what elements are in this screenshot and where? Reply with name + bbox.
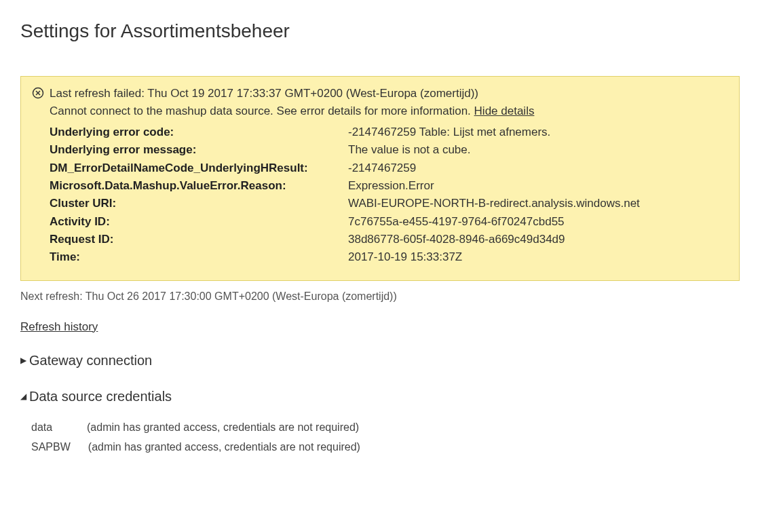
section-data-source-credentials[interactable]: ◢ Data source credentials	[20, 389, 740, 404]
error-detail-row: Underlying error code: -2147467259 Table…	[50, 124, 728, 141]
credential-name: data	[31, 418, 69, 438]
section-gateway-connection[interactable]: ▶ Gateway connection	[20, 353, 740, 368]
error-detail-value: 7c76755a-e455-4197-9764-6f70247cbd55	[348, 213, 728, 231]
error-detail-label: Cluster URI:	[50, 195, 348, 212]
error-detail-row: Cluster URI: WABI-EUROPE-NORTH-B-redirec…	[50, 195, 728, 212]
error-detail-row: Microsoft.Data.Mashup.ValueError.Reason:…	[50, 177, 728, 195]
error-detail-label: Request ID:	[50, 231, 348, 248]
error-detail-row: Request ID: 38d86778-605f-4028-8946-a669…	[50, 231, 728, 248]
error-detail-value: 38d86778-605f-4028-8946-a669c49d34d9	[348, 231, 728, 248]
refresh-history-link[interactable]: Refresh history	[20, 320, 98, 334]
error-detail-value: The value is not a cube.	[348, 141, 728, 159]
credential-note: (admin has granted access, credentials a…	[87, 418, 359, 438]
credentials-row: SAPBW (admin has granted access, credent…	[31, 438, 740, 457]
error-message: Cannot connect to the mashup data source…	[50, 104, 471, 117]
credentials-list: data (admin has granted access, credenti…	[31, 418, 740, 457]
error-detail-value: -2147467259	[348, 159, 728, 177]
chevron-down-icon: ◢	[20, 392, 26, 401]
next-refresh-text: Next refresh: Thu Oct 26 2017 17:30:00 G…	[20, 290, 740, 303]
error-detail-label: Time:	[50, 248, 348, 266]
error-banner: Last refresh failed: Thu Oct 19 2017 17:…	[20, 76, 740, 281]
error-detail-row: Underlying error message: The value is n…	[50, 141, 728, 159]
error-detail-row: Time: 2017-10-19 15:33:37Z	[50, 248, 728, 266]
error-detail-label: DM_ErrorDetailNameCode_UnderlyingHResult…	[50, 159, 348, 177]
error-title: Last refresh failed: Thu Oct 19 2017 17:…	[50, 85, 728, 102]
chevron-right-icon: ▶	[20, 356, 26, 365]
error-detail-label: Microsoft.Data.Mashup.ValueError.Reason:	[50, 177, 348, 195]
hide-details-link[interactable]: Hide details	[474, 104, 535, 117]
error-detail-value: WABI-EUROPE-NORTH-B-redirect.analysis.wi…	[348, 195, 728, 212]
section-credentials-label: Data source credentials	[29, 389, 172, 404]
error-detail-value: 2017-10-19 15:33:37Z	[348, 248, 728, 266]
error-detail-value: -2147467259 Table: Lijst met afnemers.	[348, 124, 728, 141]
error-detail-label: Underlying error code:	[50, 124, 348, 141]
page-title: Settings for Assortimentsbeheer	[20, 20, 740, 42]
error-detail-value: Expression.Error	[348, 177, 728, 195]
credentials-row: data (admin has granted access, credenti…	[31, 418, 740, 438]
credential-name: SAPBW	[31, 438, 71, 457]
error-detail-row: DM_ErrorDetailNameCode_UnderlyingHResult…	[50, 159, 728, 177]
error-detail-row: Activity ID: 7c76755a-e455-4197-9764-6f7…	[50, 213, 728, 231]
credential-note: (admin has granted access, credentials a…	[88, 438, 360, 457]
error-detail-label: Underlying error message:	[50, 141, 348, 159]
error-icon	[32, 87, 44, 102]
error-detail-label: Activity ID:	[50, 213, 348, 231]
error-details: Underlying error code: -2147467259 Table…	[50, 124, 728, 267]
section-gateway-label: Gateway connection	[29, 353, 152, 368]
